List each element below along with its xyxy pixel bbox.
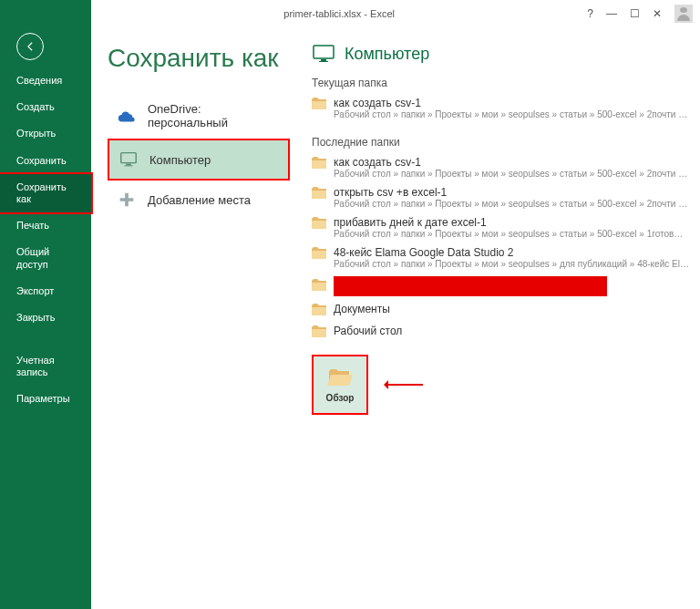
titlebar: primer-tablici.xlsx - Excel ? — ☐ ✕ bbox=[0, 0, 700, 27]
sidebar: Сведения Создать Открыть Сохранить Сохра… bbox=[0, 27, 91, 609]
sidebar-item-save-as[interactable]: Сохранить как bbox=[0, 172, 93, 214]
place-computer-label: Компьютер bbox=[149, 153, 211, 167]
recent-folder[interactable]: открыть csv +в excel-1 Рабочий стол » па… bbox=[312, 184, 689, 214]
folder-icon bbox=[312, 97, 326, 119]
back-button[interactable] bbox=[16, 33, 44, 60]
cloud-icon bbox=[117, 106, 137, 126]
user-avatar[interactable] bbox=[674, 5, 693, 23]
svg-rect-0 bbox=[121, 153, 137, 163]
sidebar-item-new[interactable]: Создать bbox=[0, 94, 91, 120]
monitor-icon bbox=[118, 150, 139, 170]
svg-rect-5 bbox=[319, 61, 328, 62]
sidebar-item-share[interactable]: Общий доступ bbox=[0, 239, 91, 277]
sidebar-item-export[interactable]: Экспорт bbox=[0, 278, 91, 304]
svg-rect-2 bbox=[124, 165, 132, 166]
place-onedrive[interactable]: OneDrive: персональный bbox=[108, 93, 290, 139]
folder-icon bbox=[312, 303, 326, 319]
svg-rect-1 bbox=[126, 164, 131, 166]
recent-folder[interactable]: как создать csv-1 Рабочий стол » папки »… bbox=[312, 154, 689, 184]
sidebar-item-account[interactable]: Учетная запись bbox=[0, 347, 91, 386]
folder-open-icon bbox=[327, 367, 353, 387]
svg-rect-3 bbox=[314, 46, 334, 58]
browse-button[interactable]: Обзор bbox=[312, 355, 368, 415]
help-icon[interactable]: ? bbox=[587, 8, 593, 19]
folder-icon bbox=[312, 246, 326, 269]
browse-label: Обзор bbox=[326, 393, 355, 403]
folder-icon bbox=[312, 156, 326, 179]
place-add-location-label: Добавление места bbox=[148, 193, 251, 207]
sidebar-item-info[interactable]: Сведения bbox=[0, 67, 91, 94]
arrow-left-icon bbox=[24, 40, 36, 53]
recent-folders-label: Последние папки bbox=[312, 136, 689, 149]
folder-icon bbox=[312, 186, 326, 209]
place-add-location[interactable]: Добавление места bbox=[108, 181, 290, 219]
recent-folder[interactable]: прибавить дней к дате excel-1 Рабочий ст… bbox=[312, 214, 689, 244]
right-header-label: Компьютер bbox=[345, 45, 429, 64]
sidebar-item-save[interactable]: Сохранить bbox=[0, 148, 91, 174]
annotation-arrow bbox=[386, 384, 423, 386]
folder-icon bbox=[312, 216, 326, 239]
place-computer[interactable]: Компьютер bbox=[108, 139, 290, 181]
right-header: Компьютер bbox=[312, 44, 689, 64]
folder-icon bbox=[312, 278, 326, 294]
current-folder-name: как создать csv-1 bbox=[334, 97, 689, 109]
place-onedrive-label: OneDrive: персональный bbox=[148, 102, 281, 129]
sidebar-item-print[interactable]: Печать bbox=[0, 212, 91, 239]
recent-folder-desktop[interactable]: Рабочий стол bbox=[312, 322, 689, 344]
sidebar-item-close[interactable]: Закрыть bbox=[0, 304, 91, 331]
current-folder-label: Текущая папка bbox=[312, 77, 689, 89]
window-title: primer-tablici.xlsx - Excel bbox=[91, 8, 587, 19]
recent-folder[interactable]: 48-кейс Elama Google Data Studio 2 Рабоч… bbox=[312, 244, 689, 274]
folder-icon bbox=[312, 325, 326, 341]
sidebar-item-open[interactable]: Открыть bbox=[0, 120, 91, 147]
current-folder-path: Рабочий стол » папки » Проекты » мои » s… bbox=[334, 109, 689, 119]
recent-folder-redacted[interactable] bbox=[312, 274, 689, 300]
current-folder[interactable]: как создать csv-1 Рабочий стол » папки »… bbox=[312, 95, 689, 125]
redacted-overlay bbox=[334, 276, 607, 296]
page-title: Сохранить как bbox=[108, 44, 290, 73]
close-button[interactable]: ✕ bbox=[653, 8, 662, 19]
titlebar-sidebar-cap bbox=[0, 0, 91, 27]
svg-rect-4 bbox=[321, 59, 326, 61]
plus-icon bbox=[117, 190, 137, 210]
recent-folder-documents[interactable]: Документы bbox=[312, 300, 689, 322]
monitor-icon bbox=[312, 44, 335, 64]
sidebar-item-options[interactable]: Параметры bbox=[0, 386, 91, 412]
minimize-button[interactable]: — bbox=[606, 8, 617, 19]
maximize-button[interactable]: ☐ bbox=[630, 8, 640, 19]
